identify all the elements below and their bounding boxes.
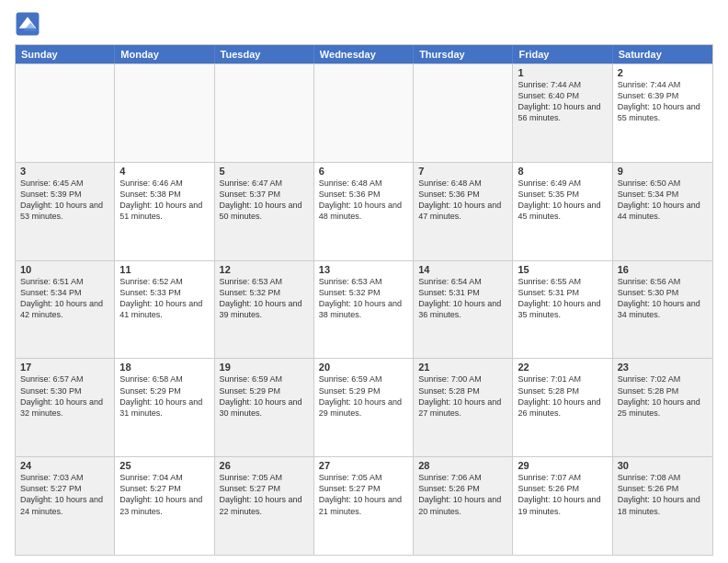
calendar-cell: 14Sunrise: 6:54 AM Sunset: 5:31 PM Dayli… xyxy=(414,261,513,359)
calendar-cell: 2Sunrise: 7:44 AM Sunset: 6:39 PM Daylig… xyxy=(613,64,712,162)
cell-info: Sunrise: 7:00 AM Sunset: 5:28 PM Dayligh… xyxy=(418,373,507,419)
cell-info: Sunrise: 7:05 AM Sunset: 5:27 PM Dayligh… xyxy=(220,472,309,517)
calendar-cell: 1Sunrise: 7:44 AM Sunset: 6:40 PM Daylig… xyxy=(513,64,612,162)
day-number: 6 xyxy=(319,166,408,177)
day-number: 20 xyxy=(319,362,408,373)
calendar-cell: 18Sunrise: 6:58 AM Sunset: 5:29 PM Dayli… xyxy=(115,359,214,456)
day-header: Wednesday xyxy=(314,45,414,63)
calendar-cell: 7Sunrise: 6:48 AM Sunset: 5:36 PM Daylig… xyxy=(414,163,513,260)
cell-info: Sunrise: 6:59 AM Sunset: 5:29 PM Dayligh… xyxy=(220,373,309,419)
calendar: SundayMondayTuesdayWednesdayThursdayFrid… xyxy=(15,44,713,556)
calendar-cell: 9Sunrise: 6:50 AM Sunset: 5:34 PM Daylig… xyxy=(613,163,712,260)
calendar-cell: 28Sunrise: 7:06 AM Sunset: 5:26 PM Dayli… xyxy=(414,457,513,555)
day-number: 7 xyxy=(418,166,507,177)
week-row: 3Sunrise: 6:45 AM Sunset: 5:39 PM Daylig… xyxy=(16,162,712,260)
day-number: 23 xyxy=(618,362,708,373)
day-number: 14 xyxy=(418,264,507,275)
day-number: 21 xyxy=(418,362,507,373)
cell-info: Sunrise: 6:53 AM Sunset: 5:32 PM Dayligh… xyxy=(220,276,309,321)
cell-info: Sunrise: 6:59 AM Sunset: 5:29 PM Dayligh… xyxy=(319,373,408,419)
day-headers: SundayMondayTuesdayWednesdayThursdayFrid… xyxy=(16,45,712,63)
calendar-cell xyxy=(414,64,513,162)
cell-info: Sunrise: 7:08 AM Sunset: 5:26 PM Dayligh… xyxy=(618,472,708,517)
cell-info: Sunrise: 6:54 AM Sunset: 5:31 PM Dayligh… xyxy=(418,276,507,321)
cell-info: Sunrise: 7:02 AM Sunset: 5:28 PM Dayligh… xyxy=(618,373,708,419)
day-number: 9 xyxy=(618,166,708,177)
calendar-cell: 6Sunrise: 6:48 AM Sunset: 5:36 PM Daylig… xyxy=(314,163,414,260)
day-header: Saturday xyxy=(613,45,712,63)
week-row: 17Sunrise: 6:57 AM Sunset: 5:30 PM Dayli… xyxy=(16,358,712,456)
header xyxy=(15,11,713,37)
cell-info: Sunrise: 6:53 AM Sunset: 5:32 PM Dayligh… xyxy=(319,276,408,321)
calendar-cell: 23Sunrise: 7:02 AM Sunset: 5:28 PM Dayli… xyxy=(613,359,712,456)
calendar-cell: 25Sunrise: 7:04 AM Sunset: 5:27 PM Dayli… xyxy=(115,457,214,555)
calendar-cell xyxy=(16,64,115,162)
day-number: 26 xyxy=(220,460,309,471)
day-number: 10 xyxy=(20,264,109,275)
day-number: 22 xyxy=(518,362,607,373)
day-header: Monday xyxy=(115,45,214,63)
day-header: Sunday xyxy=(16,45,115,63)
calendar-cell xyxy=(314,64,414,162)
day-number: 29 xyxy=(518,460,607,471)
logo xyxy=(15,11,44,37)
page: SundayMondayTuesdayWednesdayThursdayFrid… xyxy=(0,0,728,563)
calendar-cell: 10Sunrise: 6:51 AM Sunset: 5:34 PM Dayli… xyxy=(16,261,115,359)
day-header: Thursday xyxy=(414,45,513,63)
cell-info: Sunrise: 6:55 AM Sunset: 5:31 PM Dayligh… xyxy=(518,276,607,321)
calendar-cell: 8Sunrise: 6:49 AM Sunset: 5:35 PM Daylig… xyxy=(513,163,612,260)
week-row: 1Sunrise: 7:44 AM Sunset: 6:40 PM Daylig… xyxy=(16,63,712,162)
cell-info: Sunrise: 6:56 AM Sunset: 5:30 PM Dayligh… xyxy=(618,276,708,321)
cell-info: Sunrise: 7:44 AM Sunset: 6:40 PM Dayligh… xyxy=(518,79,607,124)
day-header: Tuesday xyxy=(215,45,314,63)
calendar-cell: 11Sunrise: 6:52 AM Sunset: 5:33 PM Dayli… xyxy=(115,261,214,359)
cell-info: Sunrise: 6:47 AM Sunset: 5:37 PM Dayligh… xyxy=(220,178,309,223)
calendar-cell: 5Sunrise: 6:47 AM Sunset: 5:37 PM Daylig… xyxy=(215,163,314,260)
cell-info: Sunrise: 7:06 AM Sunset: 5:26 PM Dayligh… xyxy=(418,472,507,517)
cell-info: Sunrise: 7:44 AM Sunset: 6:39 PM Dayligh… xyxy=(618,79,708,124)
calendar-cell: 4Sunrise: 6:46 AM Sunset: 5:38 PM Daylig… xyxy=(115,163,214,260)
weeks: 1Sunrise: 7:44 AM Sunset: 6:40 PM Daylig… xyxy=(16,63,712,555)
calendar-cell: 30Sunrise: 7:08 AM Sunset: 5:26 PM Dayli… xyxy=(613,457,712,555)
cell-info: Sunrise: 6:48 AM Sunset: 5:36 PM Dayligh… xyxy=(319,178,408,223)
calendar-cell: 16Sunrise: 6:56 AM Sunset: 5:30 PM Dayli… xyxy=(613,261,712,359)
day-number: 8 xyxy=(518,166,607,177)
day-number: 24 xyxy=(20,460,109,471)
day-number: 19 xyxy=(220,362,309,373)
day-number: 13 xyxy=(319,264,408,275)
calendar-cell: 15Sunrise: 6:55 AM Sunset: 5:31 PM Dayli… xyxy=(513,261,612,359)
calendar-cell xyxy=(115,64,214,162)
day-number: 25 xyxy=(119,460,209,471)
cell-info: Sunrise: 7:05 AM Sunset: 5:27 PM Dayligh… xyxy=(319,472,408,517)
calendar-cell: 12Sunrise: 6:53 AM Sunset: 5:32 PM Dayli… xyxy=(215,261,314,359)
day-number: 5 xyxy=(220,166,309,177)
calendar-cell: 26Sunrise: 7:05 AM Sunset: 5:27 PM Dayli… xyxy=(215,457,314,555)
day-number: 15 xyxy=(518,264,607,275)
day-number: 1 xyxy=(518,67,607,78)
calendar-cell: 22Sunrise: 7:01 AM Sunset: 5:28 PM Dayli… xyxy=(513,359,612,456)
cell-info: Sunrise: 6:57 AM Sunset: 5:30 PM Dayligh… xyxy=(20,373,109,419)
cell-info: Sunrise: 6:50 AM Sunset: 5:34 PM Dayligh… xyxy=(618,178,708,223)
calendar-cell: 24Sunrise: 7:03 AM Sunset: 5:27 PM Dayli… xyxy=(16,457,115,555)
cell-info: Sunrise: 6:49 AM Sunset: 5:35 PM Dayligh… xyxy=(518,178,607,223)
calendar-cell: 3Sunrise: 6:45 AM Sunset: 5:39 PM Daylig… xyxy=(16,163,115,260)
day-number: 4 xyxy=(119,166,209,177)
cell-info: Sunrise: 6:45 AM Sunset: 5:39 PM Dayligh… xyxy=(20,178,109,223)
cell-info: Sunrise: 7:07 AM Sunset: 5:26 PM Dayligh… xyxy=(518,472,607,517)
calendar-cell xyxy=(215,64,314,162)
calendar-cell: 27Sunrise: 7:05 AM Sunset: 5:27 PM Dayli… xyxy=(314,457,414,555)
day-header: Friday xyxy=(513,45,612,63)
cell-info: Sunrise: 6:58 AM Sunset: 5:29 PM Dayligh… xyxy=(119,373,209,419)
cell-info: Sunrise: 7:03 AM Sunset: 5:27 PM Dayligh… xyxy=(20,472,109,517)
calendar-cell: 21Sunrise: 7:00 AM Sunset: 5:28 PM Dayli… xyxy=(414,359,513,456)
day-number: 3 xyxy=(20,166,109,177)
week-row: 10Sunrise: 6:51 AM Sunset: 5:34 PM Dayli… xyxy=(16,260,712,359)
cell-info: Sunrise: 6:52 AM Sunset: 5:33 PM Dayligh… xyxy=(119,276,209,321)
day-number: 30 xyxy=(618,460,708,471)
calendar-cell: 20Sunrise: 6:59 AM Sunset: 5:29 PM Dayli… xyxy=(314,359,414,456)
cell-info: Sunrise: 7:04 AM Sunset: 5:27 PM Dayligh… xyxy=(119,472,209,517)
calendar-cell: 13Sunrise: 6:53 AM Sunset: 5:32 PM Dayli… xyxy=(314,261,414,359)
calendar-cell: 17Sunrise: 6:57 AM Sunset: 5:30 PM Dayli… xyxy=(16,359,115,456)
day-number: 11 xyxy=(119,264,209,275)
calendar-cell: 29Sunrise: 7:07 AM Sunset: 5:26 PM Dayli… xyxy=(513,457,612,555)
